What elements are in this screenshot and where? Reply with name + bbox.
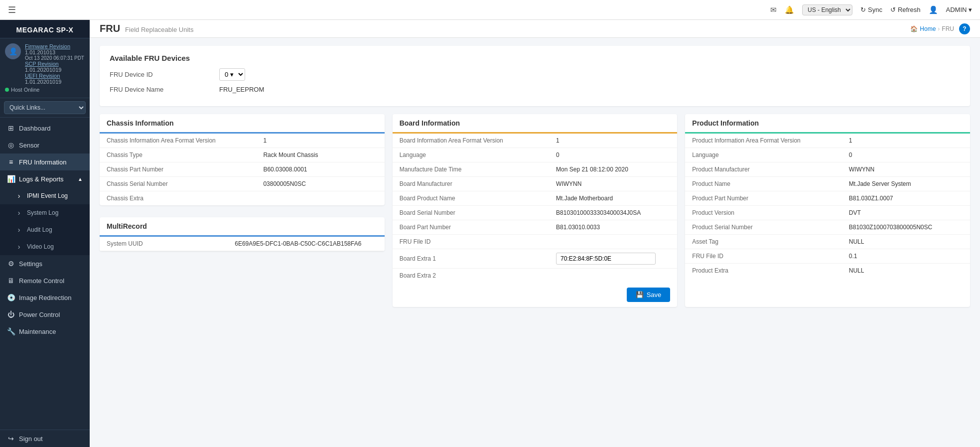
alert-icon[interactable]: 🔔 <box>785 5 794 14</box>
sidebar-item-sign-out[interactable]: ↪ Sign out <box>0 430 90 447</box>
sidebar-item-power-control[interactable]: ⏻ Power Control <box>0 306 90 323</box>
field-label: Chassis Information Area Format Version <box>100 134 256 148</box>
device-id-select[interactable]: 0 ▾ <box>219 68 245 81</box>
user-section: 👤 Firmware Revision 1.01.201013 Oct 13 2… <box>0 38 90 98</box>
sidebar-item-settings[interactable]: ⚙ Settings <box>0 255 90 272</box>
table-row: FRU File ID <box>393 235 678 249</box>
sidebar-header: MEGARAC SP-X <box>0 20 90 38</box>
page-subtitle: Field Replaceable Units <box>125 26 193 33</box>
field-label: Chassis Type <box>100 148 256 162</box>
field-value: B81030100033303400034J0SA <box>549 206 677 220</box>
device-id-label: FRU Device ID <box>110 71 219 78</box>
table-row: Board ManufacturerWIWYNN <box>393 177 678 191</box>
save-button[interactable]: 💾 Save <box>627 288 671 302</box>
save-icon: 💾 <box>636 291 644 298</box>
field-label: Board Manufacturer <box>393 177 549 191</box>
field-label: FRU File ID <box>393 235 549 249</box>
field-label: Asset Tag <box>685 235 841 249</box>
circle-icon3: › <box>15 226 23 234</box>
field-label: Language <box>685 148 841 162</box>
breadcrumb: 🏠 Home › FRU <box>910 25 954 32</box>
refresh-button[interactable]: ↺ Refresh <box>890 6 921 13</box>
table-row: Board Product NameMt.Jade Motherboard <box>393 191 678 206</box>
table-row: Product NameMt.Jade Server System <box>685 177 970 191</box>
field-value <box>549 235 677 249</box>
quick-links-select[interactable]: Quick Links... <box>4 101 86 114</box>
sensor-icon: ◎ <box>7 141 15 149</box>
table-row: Product Part NumberB81.030Z1.0007 <box>685 191 970 206</box>
sidebar-item-ipmi-event-log[interactable]: › IPMI Event Log <box>0 187 90 204</box>
field-label: Product Serial Number <box>685 220 841 235</box>
page-title: FRU <box>100 23 120 34</box>
product-title: Product Information <box>685 114 970 134</box>
refresh-icon: ↺ <box>890 6 896 13</box>
field-label: Product Manufacturer <box>685 162 841 177</box>
uefi-link[interactable]: UEFI Revision <box>25 73 60 79</box>
user-menu[interactable]: ADMIN ▾ <box>946 6 973 13</box>
logs-submenu: › IPMI Event Log › System Log › Audit Lo… <box>0 187 90 255</box>
sidebar: MEGARAC SP-X 👤 Firmware Revision 1.01.20… <box>0 20 90 447</box>
circle-icon2: › <box>15 209 23 217</box>
field-value: WIWYNN <box>549 177 677 191</box>
sidebar-item-sensor[interactable]: ◎ Sensor <box>0 137 90 153</box>
dashboard-icon: ⊞ <box>7 124 15 132</box>
sidebar-item-remote-control[interactable]: 🖥 Remote Control <box>0 272 90 289</box>
field-value: B81030Z1000703800005N0SC <box>842 220 970 235</box>
field-value: 1 <box>256 134 384 148</box>
table-row: Board Extra 1 <box>393 249 678 269</box>
sidebar-item-maintenance[interactable]: 🔧 Maintenance <box>0 323 90 340</box>
language-select[interactable]: US - English <box>802 4 852 15</box>
field-label: Product Name <box>685 177 841 191</box>
field-value: Rack Mount Chassis <box>256 148 384 162</box>
table-row: Product Serial NumberB81030Z100070380000… <box>685 220 970 235</box>
field-value: B60.03008.0001 <box>256 162 384 177</box>
field-label: System UUID <box>100 237 228 251</box>
device-name-label: FRU Device Name <box>110 86 219 93</box>
sidebar-item-image-redirection[interactable]: 💿 Image Redirection <box>0 289 90 306</box>
breadcrumb-home[interactable]: Home <box>920 25 936 32</box>
sync-icon: ↻ <box>860 6 866 13</box>
info-grid: Chassis Information Chassis Information … <box>100 114 970 307</box>
field-label: Board Serial Number <box>393 206 549 220</box>
table-row: Board Serial NumberB81030100033303400034… <box>393 206 678 220</box>
chassis-table: Chassis Information Area Format Version1… <box>100 134 385 205</box>
sidebar-item-dashboard[interactable]: ⊞ Dashboard <box>0 120 90 137</box>
firmware-version: 1.01.201013 <box>25 49 84 55</box>
field-label: Chassis Serial Number <box>100 177 256 191</box>
field-label: Language <box>393 148 549 162</box>
field-label: Product Version <box>685 206 841 220</box>
multirecord-table: System UUID6E69A9E5-DFC1-0BAB-C50C-C6C1A… <box>100 237 385 251</box>
board-title: Board Information <box>393 114 678 134</box>
sync-button[interactable]: ↻ Sync <box>860 6 882 13</box>
firmware-link[interactable]: Firmware Revision <box>25 43 70 49</box>
field-label: Board Part Number <box>393 220 549 235</box>
scp-link[interactable]: SCP Revision <box>25 61 59 67</box>
device-name-value: FRU_EEPROM <box>219 86 264 93</box>
mail-icon[interactable]: ✉ <box>770 5 777 14</box>
available-fru-section: Available FRU Devices FRU Device ID 0 ▾ … <box>100 46 970 106</box>
available-fru-title: Available FRU Devices <box>110 54 960 62</box>
sidebar-item-audit-log[interactable]: › Audit Log <box>0 221 90 238</box>
table-row: Chassis TypeRack Mount Chassis <box>100 148 385 162</box>
product-table: Product Information Area Format Version1… <box>685 134 970 278</box>
field-value <box>256 191 384 206</box>
field-value: DVT <box>842 206 970 220</box>
table-row: Asset TagNULL <box>685 235 970 249</box>
chassis-panel: Chassis Information Chassis Information … <box>100 114 385 205</box>
field-value: Mt.Jade Server System <box>842 177 970 191</box>
sidebar-bottom: ↪ Sign out <box>0 430 90 447</box>
host-status: Host Online <box>5 87 39 93</box>
field-label: Chassis Extra <box>100 191 256 206</box>
board-extra-input[interactable] <box>556 253 656 265</box>
field-label: Board Extra 2 <box>393 269 549 283</box>
table-row: Product VersionDVT <box>685 206 970 220</box>
help-icon[interactable]: ? <box>959 23 970 34</box>
sidebar-item-fru[interactable]: ≡ FRU Information <box>0 153 90 170</box>
user-icon: 👤 <box>929 5 938 14</box>
main-content: FRU Field Replaceable Units 🏠 Home › FRU… <box>90 20 980 447</box>
online-indicator <box>5 88 9 92</box>
sidebar-item-system-log[interactable]: › System Log <box>0 204 90 221</box>
sidebar-item-video-log[interactable]: › Video Log <box>0 238 90 255</box>
sidebar-item-logs[interactable]: 📊 Logs & Reports ▲ <box>0 170 90 187</box>
hamburger-menu[interactable]: ☰ <box>0 0 24 19</box>
